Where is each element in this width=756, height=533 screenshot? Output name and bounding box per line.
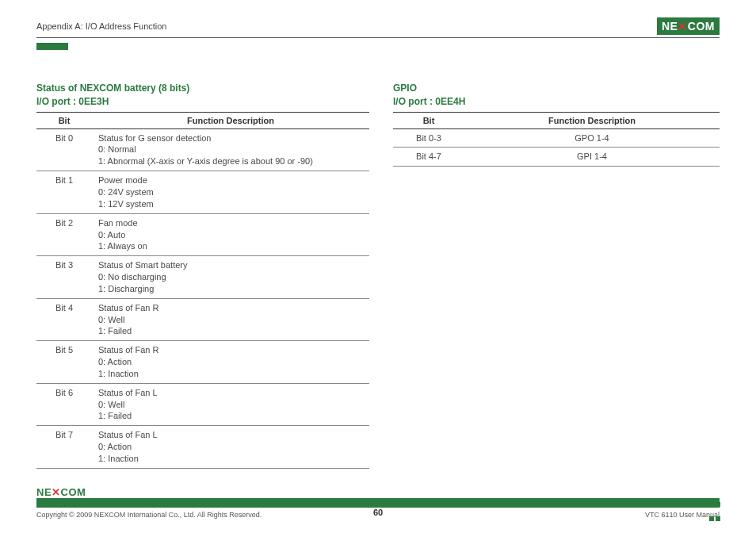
content-columns: Status of NEXCOM battery (8 bits) I/O po… xyxy=(36,82,720,469)
bit-cell: Bit 3 xyxy=(36,256,92,299)
table-row: Bit 4Status of Fan R0: Well1: Failed xyxy=(36,298,369,341)
left-table: Bit Function Description Bit 0Status for… xyxy=(36,112,369,469)
left-title-line2: I/O port : 0EE3H xyxy=(36,96,109,107)
table-row: Bit 0-3GPO 1-4 xyxy=(393,128,720,148)
page-number: 60 xyxy=(373,508,383,517)
desc-cell: GPO 1-4 xyxy=(464,128,720,148)
desc-cell: Power mode0: 24V system1: 12V system xyxy=(92,171,369,214)
bit-cell: Bit 4-7 xyxy=(393,148,464,167)
right-column: GPIO I/O port : 0EE4H Bit Function Descr… xyxy=(393,82,720,469)
bit-cell: Bit 1 xyxy=(36,171,92,214)
table-row: Bit 0Status for G sensor detection0: Nor… xyxy=(36,128,369,171)
table-row: Bit 6Status of Fan L0: Well1: Failed xyxy=(36,383,369,426)
table-row: Bit 1Power mode0: 24V system1: 12V syste… xyxy=(36,171,369,214)
desc-cell: Status of Fan L0: Well1: Failed xyxy=(92,383,369,426)
footer-logo: NE✕COM xyxy=(36,486,86,498)
left-title-line1: Status of NEXCOM battery (8 bits) xyxy=(36,82,189,94)
desc-cell: Fan mode0: Auto1: Always on xyxy=(92,213,369,256)
desc-cell: Status of Smart battery0: No discharging… xyxy=(92,256,369,299)
desc-cell: Status for G sensor detection0: Normal1:… xyxy=(92,128,369,171)
footer-bar xyxy=(36,498,720,508)
right-title-line1: GPIO xyxy=(393,82,417,94)
right-th-bit: Bit xyxy=(393,112,464,128)
footer-copyright: Copyright © 2009 NEXCOM International Co… xyxy=(36,511,262,519)
right-section-title: GPIO I/O port : 0EE4H xyxy=(393,82,720,109)
table-row: Bit 4-7GPI 1-4 xyxy=(393,148,720,167)
brand-logo: NE✕COM xyxy=(657,17,720,35)
right-title-line2: I/O port : 0EE4H xyxy=(393,96,465,107)
desc-cell: Status of Fan R0: Action1: Inaction xyxy=(92,341,369,384)
table-row: Bit 5Status of Fan R0: Action1: Inaction xyxy=(36,341,369,384)
accent-tab xyxy=(36,43,68,50)
bit-cell: Bit 2 xyxy=(36,213,92,256)
bit-cell: Bit 0-3 xyxy=(393,128,464,148)
desc-cell: Status of Fan R0: Well1: Failed xyxy=(92,298,369,341)
desc-cell: GPI 1-4 xyxy=(464,148,720,167)
logo-text: NE✕COM xyxy=(662,20,715,33)
right-th-desc: Function Description xyxy=(464,112,720,128)
bit-cell: Bit 0 xyxy=(36,128,92,171)
bit-cell: Bit 4 xyxy=(36,298,92,341)
bit-cell: Bit 6 xyxy=(36,383,92,426)
bit-cell: Bit 7 xyxy=(36,426,92,469)
left-section-title: Status of NEXCOM battery (8 bits) I/O po… xyxy=(36,82,369,109)
table-row: Bit 3Status of Smart battery0: No discha… xyxy=(36,256,369,299)
table-row: Bit 2Fan mode0: Auto1: Always on xyxy=(36,213,369,256)
left-th-bit: Bit xyxy=(36,112,92,128)
bit-cell: Bit 5 xyxy=(36,341,92,384)
footer: NE✕COM Copyright © 2009 NEXCOM Internati… xyxy=(36,486,720,519)
right-table: Bit Function Description Bit 0-3GPO 1-4B… xyxy=(393,112,720,167)
table-row: Bit 7Status of Fan L0: Action1: Inaction xyxy=(36,426,369,469)
desc-cell: Status of Fan L0: Action1: Inaction xyxy=(92,426,369,469)
left-column: Status of NEXCOM battery (8 bits) I/O po… xyxy=(36,82,369,469)
header-bar: Appendix A: I/O Address Function NE✕COM xyxy=(36,17,720,38)
footer-squares-icon xyxy=(708,497,721,525)
left-th-desc: Function Description xyxy=(92,112,369,128)
appendix-title: Appendix A: I/O Address Function xyxy=(36,21,166,31)
